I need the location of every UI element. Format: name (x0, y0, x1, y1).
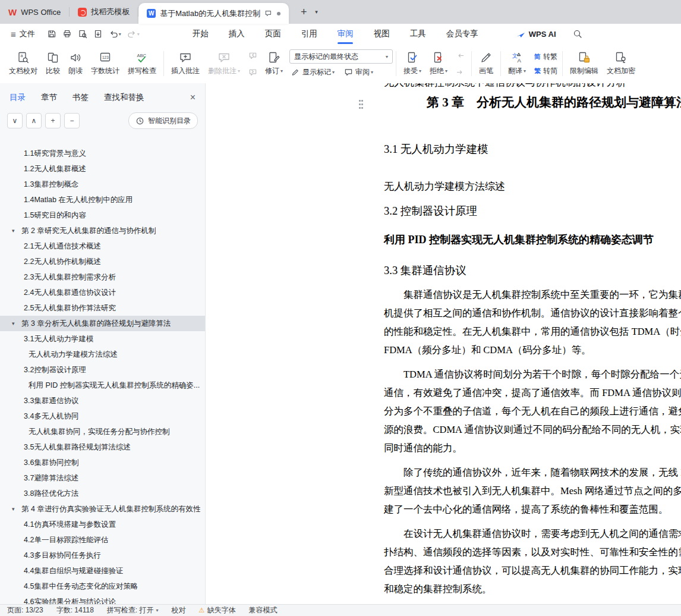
menu-item[interactable]: 页面 (255, 24, 291, 44)
toc-item-label: 4.5集群中任务动态变化的应对策略 (24, 582, 138, 592)
toc-item[interactable]: 3.6集群协同控制 (0, 455, 205, 470)
doc-proofread-button[interactable]: a 文档校对 (5, 46, 42, 81)
insert-comment-button[interactable]: 插入批注 (167, 46, 204, 81)
document-area[interactable]: 无人机集群控制系统中通信协议与协作机制的设计分析 第 3 章 分析无人机集群的路… (206, 83, 681, 604)
tab-wps-office[interactable]: W WPS Office (0, 0, 69, 24)
toc-item[interactable]: ▾第 3 章分析无人机集群的路径规划与避障算法 (0, 316, 205, 331)
compare-button[interactable]: 比较 (42, 46, 64, 81)
toc-item[interactable]: 1.3集群控制概念 (0, 177, 205, 192)
simplified-to-traditional-button[interactable]: 简 转繁 (532, 51, 559, 62)
save-button[interactable] (46, 27, 58, 40)
word-count-button[interactable]: 123 字数统计 (87, 46, 124, 81)
compatibility-mode-indicator[interactable]: 兼容模式 (248, 605, 277, 615)
toc-item[interactable]: 2.2无人机协作机制概述 (0, 254, 205, 269)
toc-item[interactable]: 3.3集群通信协议 (0, 393, 205, 408)
toc-expand-arrow-icon[interactable]: ▾ (12, 320, 21, 326)
expand-all-button[interactable]: ∧ (26, 113, 42, 128)
toc-item[interactable]: ▾第 4 章进行仿真实验验证无人机集群控制系统的有效性 (0, 501, 205, 517)
toc-item[interactable]: 2.5无人机集群协作算法研究 (0, 300, 205, 316)
menu-item[interactable]: 引用 (291, 24, 327, 44)
print-preview-button[interactable] (77, 27, 89, 40)
sidebar-tab[interactable]: 书签 (72, 92, 89, 103)
sidebar-tab[interactable]: 章节 (41, 92, 57, 103)
toc-item[interactable]: 4.4集群自组织与规避碰撞验证 (0, 563, 205, 579)
toc-item[interactable]: 3.2控制器设计原理 (0, 362, 205, 378)
toc-item[interactable]: 1.4Matlab 在无人机控制中的应用 (0, 192, 205, 208)
sidebar-tab[interactable]: 查找和替换 (104, 92, 144, 103)
sidebar-close-icon[interactable]: × (190, 93, 196, 102)
menu-item[interactable]: 开始 (182, 24, 219, 44)
spell-check-button[interactable]: ABC 拼写检查 (124, 46, 160, 81)
clipped-previous-line: 无人机集群控制系统中通信协议与协作机制的设计分析 (384, 83, 681, 89)
toc-item[interactable]: 1.5研究目的和内容 (0, 208, 205, 223)
restrict-editing-button[interactable]: 限制编辑 (566, 46, 603, 81)
accept-button[interactable]: 接受▾ (399, 46, 425, 81)
toc-expand-arrow-icon[interactable]: ▾ (12, 506, 21, 512)
smart-toc-button[interactable]: 智能识别目录 (128, 112, 198, 129)
markup-state-select[interactable]: 显示标记的最终状态 ▾ (289, 49, 393, 64)
review-pane-label: 审阅▾ (355, 67, 373, 77)
smart-toc-icon (135, 117, 144, 125)
menu-item[interactable]: 审阅 (327, 24, 364, 44)
wps-ai-button[interactable]: WPS AI (516, 29, 556, 39)
track-changes-button[interactable]: 修订▾ (261, 46, 287, 81)
undo-button[interactable]: ▾ (108, 27, 122, 40)
drag-handle-icon[interactable] (359, 100, 364, 111)
pen-button[interactable]: 画笔 (475, 46, 497, 81)
toc-item[interactable]: 3.1无人机动力学建模 (0, 331, 205, 347)
toc-item[interactable]: 4.3多目标协同任务执行 (0, 548, 205, 563)
print-button[interactable] (61, 27, 73, 40)
zoom-in-outline-button[interactable]: + (45, 113, 61, 128)
missing-font-warning[interactable]: ⚠缺失字体 (199, 605, 236, 615)
show-markup-button[interactable]: 显示标记▾ (289, 67, 336, 78)
file-menu-button[interactable]: ≡ 文件 (7, 29, 39, 39)
tab-list-chevron-icon[interactable]: ▾ (315, 9, 318, 15)
menu-item[interactable]: 会员专享 (436, 24, 488, 44)
page-indicator[interactable]: 页面: 13/23 (7, 605, 43, 615)
toc-item[interactable]: 无人机动力学建模方法综述 (0, 347, 205, 362)
menu-item[interactable]: 视图 (364, 24, 400, 44)
toc-item[interactable]: 4.1仿真环境搭建与参数设置 (0, 517, 205, 532)
toc-item[interactable]: 无人机集群协同，实现任务分配与协作控制 (0, 424, 205, 439)
toc-item[interactable]: 3.4多无人机协同 (0, 408, 205, 424)
next-comment-button (245, 65, 260, 79)
read-aloud-button[interactable]: 朗读 (64, 46, 87, 81)
toc-item[interactable]: 1.2无人机集群概述 (0, 161, 205, 177)
collapse-all-button[interactable]: ∨ (7, 113, 23, 128)
review-pane-button[interactable]: 审阅▾ (342, 67, 375, 78)
sidebar-tab[interactable]: 目录 (10, 92, 26, 103)
toc-item[interactable]: 3.8路径优化方法 (0, 486, 205, 501)
new-tab-button[interactable]: + (296, 4, 311, 20)
menu-item[interactable]: 插入 (219, 24, 255, 44)
word-count-indicator[interactable]: 字数: 14118 (56, 605, 94, 615)
toc-item[interactable]: 1.1研究背景与意义 (0, 146, 205, 161)
tab-document[interactable]: W 基于Matlab的无人机集群控制 (138, 3, 289, 24)
toc-item[interactable]: ▾第 2 章研究无人机集群的通信与协作机制 (0, 223, 205, 238)
spell-check-status[interactable]: 拼写检查: 打开▾ (107, 605, 159, 615)
toc-item[interactable]: 3.7避障算法综述 (0, 470, 205, 486)
menu-item[interactable]: 工具 (400, 24, 436, 44)
search-button[interactable] (573, 29, 582, 39)
toc-expand-arrow-icon[interactable]: ▾ (12, 228, 21, 234)
toc-item[interactable]: 3.5无人机集群路径规划算法综述 (0, 439, 205, 455)
encrypt-document-button[interactable]: 文档加密 (603, 46, 639, 81)
spell-check-label: 拼写检查 (128, 66, 156, 76)
toc-item-label: 2.5无人机集群协作算法研究 (24, 303, 116, 313)
proofread-status[interactable]: 校对 (172, 605, 186, 615)
toc-item[interactable]: 2.4无人机集群通信协议设计 (0, 285, 205, 300)
translate-button[interactable]: 文A 翻译▾ (504, 46, 530, 81)
zoom-out-outline-button[interactable]: − (64, 113, 80, 128)
restrict-editing-label: 限制编辑 (570, 66, 598, 76)
toc-item-label: 2.3无人机集群控制需求分析 (24, 272, 116, 282)
toc-item[interactable]: 4.5集群中任务动态变化的应对策略 (0, 579, 205, 594)
toc-item[interactable]: 4.6实验结果分析与结论讨论 (0, 594, 205, 604)
reject-button[interactable]: 拒绝▾ (425, 46, 452, 81)
toc-item[interactable]: 2.1无人机通信技术概述 (0, 238, 205, 254)
tab-docer-template[interactable]: 找稻壳模板 (70, 0, 138, 24)
toc-item[interactable]: 2.3无人机集群控制需求分析 (0, 269, 205, 285)
toc-item[interactable]: 利用 PID 控制器实现无人机集群控制系统的精确姿... (0, 378, 205, 393)
traditional-to-simplified-button[interactable]: 繁 转简 (532, 65, 559, 77)
export-pdf-button[interactable] (92, 27, 104, 40)
toc-item[interactable]: 4.2单一目标跟踪性能评估 (0, 532, 205, 548)
toc-item-label: 3.6集群协同控制 (24, 458, 78, 468)
